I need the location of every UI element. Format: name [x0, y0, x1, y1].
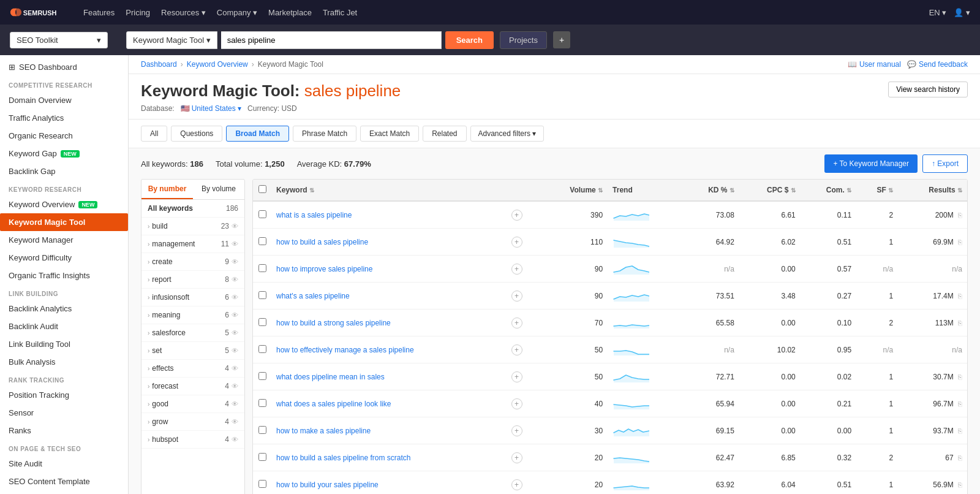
sidebar-item-on-page-seo-checker[interactable]: On Page SEO Checker	[0, 490, 128, 494]
filter-phrase-match[interactable]: Phrase Match	[293, 126, 356, 142]
keyword-link[interactable]: what is a sales pipeline	[276, 211, 352, 219]
sidebar-item-sensor[interactable]: Sensor	[0, 404, 128, 422]
copy-icon[interactable]: ⎘	[958, 211, 962, 219]
sidebar-item-grid-icon[interactable]: ⊞ SEO Dashboard	[0, 55, 128, 76]
eye-icon[interactable]: 👁	[232, 365, 238, 372]
row-checkbox[interactable]	[258, 399, 266, 407]
th-kd[interactable]: KD % ⇅	[682, 180, 739, 201]
keyword-link[interactable]: how to build a sales pipeline from scrat…	[276, 454, 410, 462]
sidebar-item-organic-traffic-insights[interactable]: Organic Traffic Insights	[0, 267, 128, 284]
eye-icon[interactable]: 👁	[232, 240, 238, 248]
list-item[interactable]: ›infusionsoft6👁	[141, 289, 244, 306]
sidebar-item-keyword-gap[interactable]: Keyword GapNEW	[0, 145, 128, 162]
list-item[interactable]: ›grow4👁	[141, 413, 244, 431]
sidebar-item-seo-content-template[interactable]: SEO Content Template	[0, 473, 128, 490]
filter-broad-match[interactable]: Broad Match	[226, 126, 289, 142]
tab-by-volume[interactable]: By volume	[193, 180, 244, 199]
eye-icon[interactable]: 👁	[232, 294, 238, 301]
list-item[interactable]: ›create9👁	[141, 253, 244, 271]
keyword-link[interactable]: how to make a sales pipeline	[276, 427, 371, 435]
add-keyword-button[interactable]: +	[511, 237, 522, 248]
keyword-link[interactable]: how to effectively manage a sales pipeli…	[276, 346, 414, 354]
keyword-link[interactable]: how to build a strong sales pipeline	[276, 319, 391, 327]
sidebar-item-keyword-difficulty[interactable]: Keyword Difficulty	[0, 249, 128, 267]
th-results[interactable]: Results ⇅	[898, 180, 967, 201]
select-all-checkbox[interactable]	[258, 185, 266, 193]
copy-icon[interactable]: ⎘	[958, 400, 962, 408]
row-checkbox[interactable]	[258, 426, 266, 434]
keyword-link[interactable]: what's a sales pipeline	[276, 292, 350, 300]
nav-resources[interactable]: Resources ▾	[161, 8, 206, 17]
projects-plus-button[interactable]: +	[553, 31, 570, 48]
list-item[interactable]: ›hubspot4👁	[141, 431, 244, 449]
user-menu[interactable]: 👤 ▾	[954, 8, 970, 17]
sidebar-item-backlink-analytics[interactable]: Backlink Analytics	[0, 300, 128, 317]
tab-by-number[interactable]: By number	[141, 180, 193, 199]
eye-icon[interactable]: 👁	[232, 382, 238, 390]
nav-trafficjet[interactable]: Traffic Jet	[323, 8, 357, 17]
search-input[interactable]	[221, 31, 442, 49]
logo[interactable]: SEMRUSH	[10, 6, 71, 19]
eye-icon[interactable]: 👁	[232, 222, 238, 230]
eye-icon[interactable]: 👁	[232, 329, 238, 336]
add-keyword-button[interactable]: +	[511, 317, 522, 329]
sidebar-item-traffic-analytics[interactable]: Traffic Analytics	[0, 109, 128, 127]
list-item[interactable]: All keywords186	[141, 200, 244, 218]
sidebar-item-ranks[interactable]: Ranks	[0, 422, 128, 439]
copy-icon[interactable]: ⎘	[958, 373, 962, 381]
sidebar-item-bulk-analysis[interactable]: Bulk Analysis	[0, 353, 128, 371]
breadcrumb-dashboard[interactable]: Dashboard	[141, 60, 177, 69]
sidebar-item-keyword-manager[interactable]: Keyword Manager	[0, 231, 128, 249]
row-checkbox[interactable]	[258, 318, 266, 326]
sidebar-item-backlink-audit[interactable]: Backlink Audit	[0, 317, 128, 335]
sidebar-item-site-audit[interactable]: Site Audit	[0, 455, 128, 473]
list-item[interactable]: ›effects4👁	[141, 360, 244, 378]
nav-pricing[interactable]: Pricing	[126, 8, 150, 17]
add-keyword-button[interactable]: +	[511, 371, 522, 382]
row-checkbox[interactable]	[258, 291, 266, 299]
copy-icon[interactable]: ⎘	[958, 427, 962, 435]
sidebar-item-backlink-gap[interactable]: Backlink Gap	[0, 162, 128, 180]
copy-icon[interactable]: ⎘	[958, 319, 962, 327]
add-keyword-button[interactable]: +	[511, 398, 522, 409]
add-keyword-button[interactable]: +	[511, 291, 522, 302]
tool-dropdown[interactable]: Keyword Magic Tool ▾	[126, 31, 217, 49]
row-checkbox[interactable]	[258, 264, 266, 272]
sidebar-item-link-building-tool[interactable]: Link Building Tool	[0, 335, 128, 353]
user-manual-link[interactable]: 📖 User manual	[848, 60, 901, 69]
nav-company[interactable]: Company ▾	[217, 8, 257, 17]
add-keyword-button[interactable]: +	[511, 479, 522, 490]
th-checkbox[interactable]	[253, 180, 271, 201]
add-keyword-button[interactable]: +	[511, 425, 522, 436]
eye-icon[interactable]: 👁	[232, 436, 238, 443]
list-item[interactable]: ›salesforce5👁	[141, 324, 244, 342]
copy-icon[interactable]: ⎘	[958, 238, 962, 246]
search-button[interactable]: Search	[445, 31, 494, 49]
filter-questions[interactable]: Questions	[171, 126, 222, 142]
eye-icon[interactable]: 👁	[232, 311, 238, 319]
eye-icon[interactable]: 👁	[232, 276, 238, 283]
sidebar-item-organic-research[interactable]: Organic Research	[0, 127, 128, 145]
eye-icon[interactable]: 👁	[232, 258, 238, 265]
projects-button[interactable]: Projects	[500, 31, 547, 49]
sidebar-item-keyword-magic-tool[interactable]: Keyword Magic Tool	[0, 213, 128, 231]
add-keyword-button[interactable]: +	[511, 264, 522, 275]
list-item[interactable]: ›build23👁	[141, 218, 244, 235]
list-item[interactable]: ›good4👁	[141, 395, 244, 413]
list-item[interactable]: ›forecast4👁	[141, 378, 244, 395]
keyword-link[interactable]: what does a sales pipeline look like	[276, 400, 391, 408]
row-checkbox[interactable]	[258, 480, 266, 488]
nav-features[interactable]: Features	[83, 8, 115, 17]
th-volume[interactable]: Volume ⇅	[540, 180, 608, 201]
eye-icon[interactable]: 👁	[232, 400, 238, 408]
row-checkbox[interactable]	[258, 453, 266, 461]
filter-related[interactable]: Related	[423, 126, 466, 142]
list-item[interactable]: ›meaning6👁	[141, 306, 244, 324]
add-keyword-button[interactable]: +	[511, 452, 522, 463]
th-keyword[interactable]: Keyword ⇅	[271, 180, 507, 201]
keyword-link[interactable]: how to build your sales pipeline	[276, 481, 379, 489]
row-checkbox[interactable]	[258, 237, 266, 245]
row-checkbox[interactable]	[258, 345, 266, 353]
sidebar-item-position-tracking[interactable]: Position Tracking	[0, 386, 128, 404]
copy-icon[interactable]: ⎘	[958, 292, 962, 300]
